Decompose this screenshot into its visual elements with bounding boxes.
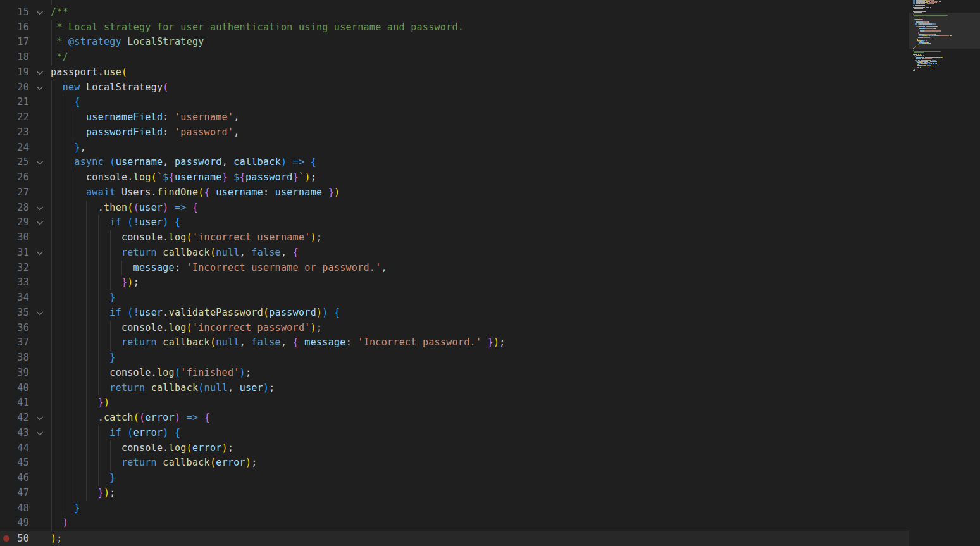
code-text[interactable]: async (username, password, callback) => … [51, 155, 316, 170]
line-number[interactable]: 23 [0, 125, 29, 140]
code-text[interactable]: .catch((error) => { [51, 411, 210, 426]
fold-chevron-icon[interactable] [35, 413, 45, 423]
code-text[interactable]: console.log('incorrect password'); [51, 321, 322, 336]
line-number[interactable]: 31 [0, 245, 29, 261]
code-text[interactable]: /** [51, 5, 68, 20]
code-text[interactable]: usernameField: 'username', [51, 110, 240, 125]
code-text[interactable]: console.log('incorrect username'); [51, 230, 322, 245]
code-token: => [287, 156, 304, 168]
code-token: } [109, 292, 115, 303]
fold-chevron-icon[interactable] [35, 308, 45, 318]
code-token: { [74, 96, 80, 108]
line-number[interactable]: 43 [0, 426, 29, 441]
fold-chevron-icon[interactable] [35, 218, 45, 228]
line-number[interactable]: 46 [0, 471, 29, 486]
code-text[interactable]: }) [51, 395, 109, 411]
line-number[interactable]: 18 [0, 50, 29, 65]
code-token [304, 156, 310, 168]
fold-chevron-icon[interactable] [35, 8, 45, 18]
code-text[interactable]: { [51, 95, 80, 110]
code-text[interactable]: * Local strategy for user authentication… [51, 20, 464, 35]
code-text[interactable]: console.log(`${username} ${password}`); [51, 170, 316, 185]
code-text[interactable]: console.log('finished'); [51, 366, 251, 381]
minimap[interactable] [909, 0, 980, 546]
code-text[interactable]: } [51, 501, 80, 516]
code-token: 'Incorrect username or password.' [187, 262, 381, 273]
line-number[interactable]: 36 [0, 321, 29, 336]
line-number[interactable]: 35 [0, 306, 29, 321]
line-number[interactable]: 28 [0, 201, 29, 216]
line-number[interactable]: 40 [0, 381, 29, 396]
code-token: : [175, 262, 187, 273]
code-text[interactable]: new LocalStrategy( [51, 80, 169, 96]
code-text[interactable]: return callback(null, false, { [51, 245, 299, 261]
line-number[interactable]: 24 [0, 140, 29, 156]
fold-chevron-icon[interactable] [35, 68, 45, 78]
line-number[interactable]: 15 [0, 5, 29, 20]
code-text[interactable]: */ [51, 50, 68, 65]
code-token: ) [334, 187, 340, 198]
line-number[interactable]: 44 [0, 441, 29, 456]
code-line: 27await Users.findOne({ username: userna… [0, 185, 909, 201]
line-number[interactable]: 41 [0, 395, 29, 411]
code-text[interactable]: if (error) { [51, 426, 180, 441]
code-token: password [245, 171, 293, 183]
line-number[interactable]: 34 [0, 290, 29, 306]
minimap-slider[interactable] [909, 13, 980, 49]
line-number[interactable]: 38 [0, 351, 29, 366]
code-text[interactable]: } [51, 290, 116, 306]
fold-chevron-icon[interactable] [35, 248, 45, 258]
line-number[interactable]: 39 [0, 366, 29, 381]
code-line: 48} [0, 501, 909, 516]
code-text[interactable]: }); [51, 486, 116, 501]
fold-chevron-icon[interactable] [35, 203, 45, 213]
fold-chevron-icon[interactable] [35, 83, 45, 93]
code-text[interactable]: }); [51, 275, 139, 290]
line-number[interactable]: 26 [0, 170, 29, 185]
code-text[interactable]: return callback(null, user); [51, 381, 275, 396]
code-text[interactable]: ) [51, 516, 68, 531]
code-text[interactable]: if (!user) { [51, 215, 180, 230]
line-number[interactable]: 19 [0, 65, 29, 80]
code-text[interactable]: return callback(null, false, { message: … [51, 335, 506, 351]
code-text[interactable]: passport.use( [51, 65, 127, 80]
code-text[interactable]: passwordField: 'password', [51, 125, 240, 140]
code-token: ; [316, 322, 322, 333]
line-number[interactable]: 45 [0, 456, 29, 471]
code-text[interactable]: console.log(error); [51, 441, 233, 456]
code-text[interactable]: await Users.findOne({ username: username… [51, 185, 340, 201]
line-number[interactable]: 48 [0, 501, 29, 516]
line-number[interactable]: 14 [0, 0, 29, 5]
code-token: new [63, 82, 80, 93]
line-number[interactable]: 16 [0, 20, 29, 35]
code-text[interactable]: message: 'Incorrect username or password… [51, 261, 387, 276]
line-number[interactable]: 22 [0, 110, 29, 125]
fold-chevron-icon[interactable] [35, 158, 45, 168]
line-number[interactable]: 33 [0, 275, 29, 290]
line-number[interactable]: 50 [0, 531, 29, 546]
code-text[interactable]: ); [51, 531, 63, 546]
code-token: { [293, 337, 299, 348]
code-text[interactable]: if (!user.validatePassword(password)) { [51, 306, 340, 321]
code-text[interactable]: * @strategy LocalStrategy [51, 35, 204, 50]
line-number[interactable]: 29 [0, 215, 29, 230]
line-number[interactable]: 27 [0, 185, 29, 201]
line-number[interactable]: 20 [0, 80, 29, 96]
line-number[interactable]: 42 [0, 411, 29, 426]
fold-chevron-icon[interactable] [35, 428, 45, 438]
indent-guide [51, 0, 52, 5]
code-text[interactable]: } [51, 471, 116, 486]
line-number[interactable]: 37 [0, 335, 29, 351]
line-number[interactable]: 49 [0, 516, 29, 531]
code-text[interactable]: } [51, 351, 116, 366]
line-number[interactable]: 25 [0, 155, 29, 170]
code-token: */ [56, 51, 68, 63]
line-number[interactable]: 30 [0, 230, 29, 245]
code-text[interactable]: }, [51, 140, 86, 156]
line-number[interactable]: 47 [0, 486, 29, 501]
line-number[interactable]: 17 [0, 35, 29, 50]
code-text[interactable]: return callback(error); [51, 456, 257, 471]
line-number[interactable]: 21 [0, 95, 29, 110]
line-number[interactable]: 32 [0, 261, 29, 276]
code-text[interactable]: .then((user) => { [51, 201, 198, 216]
